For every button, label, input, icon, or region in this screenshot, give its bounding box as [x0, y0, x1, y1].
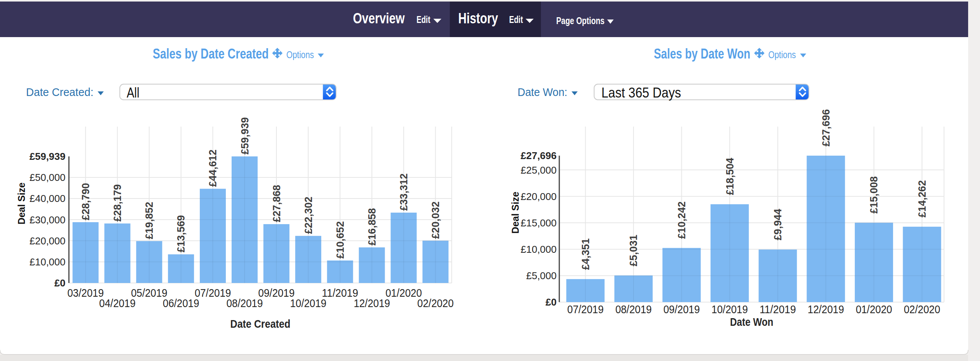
svg-text:£59,939: £59,939	[29, 151, 65, 162]
svg-text:£20,000: £20,000	[521, 191, 557, 202]
svg-text:£30,000: £30,000	[29, 214, 65, 226]
svg-text:10/2019: 10/2019	[712, 303, 748, 315]
svg-text:£44,612: £44,612	[207, 150, 219, 187]
svg-text:Deal Size: Deal Size	[510, 192, 521, 234]
svg-text:£10,652: £10,652	[335, 221, 346, 259]
svg-text:07/2019: 07/2019	[567, 303, 604, 315]
svg-text:09/2019: 09/2019	[258, 287, 295, 299]
svg-text:£15,008: £15,008	[868, 176, 880, 214]
svg-text:Date Created:: Date Created:	[26, 86, 93, 98]
svg-text:History: History	[458, 10, 498, 26]
svg-text:£5,031: £5,031	[628, 235, 639, 267]
svg-text:Sales by Date Created: Sales by Date Created	[153, 46, 269, 62]
svg-text:12/2019: 12/2019	[808, 303, 844, 315]
svg-text:11/2019: 11/2019	[322, 287, 358, 299]
svg-text:£27,696: £27,696	[521, 150, 557, 161]
svg-text:£28,790: £28,790	[80, 183, 91, 220]
svg-text:Last 365 Days: Last 365 Days	[601, 85, 681, 101]
svg-text:£16,858: £16,858	[366, 208, 378, 246]
svg-text:All: All	[127, 85, 139, 101]
svg-text:Options: Options	[286, 49, 314, 60]
svg-text:12/2019: 12/2019	[354, 297, 390, 309]
svg-text:£19,852: £19,852	[144, 202, 155, 239]
svg-text:£0: £0	[54, 277, 65, 289]
svg-text:£27,868: £27,868	[271, 185, 283, 222]
svg-text:£10,242: £10,242	[676, 202, 688, 239]
svg-text:01/2020: 01/2020	[385, 287, 422, 299]
svg-text:£20,000: £20,000	[29, 235, 65, 247]
svg-text:£0: £0	[546, 296, 557, 308]
svg-text:£25,000: £25,000	[521, 164, 557, 176]
svg-text:£13,569: £13,569	[175, 215, 187, 252]
svg-text:Sales by Date Won: Sales by Date Won	[654, 46, 750, 62]
svg-text:Deal Size: Deal Size	[16, 182, 27, 224]
svg-text:£50,000: £50,000	[29, 172, 65, 183]
svg-text:Date Won:: Date Won:	[518, 86, 567, 98]
svg-text:£22,302: £22,302	[303, 197, 314, 234]
svg-text:£15,000: £15,000	[521, 217, 557, 229]
svg-text:09/2019: 09/2019	[663, 303, 700, 315]
svg-text:£9,944: £9,944	[772, 209, 784, 241]
svg-text:£4,351: £4,351	[580, 238, 591, 270]
svg-text:£33,312: £33,312	[398, 173, 410, 211]
svg-text:01/2020: 01/2020	[856, 303, 892, 315]
svg-text:10/2019: 10/2019	[290, 297, 327, 309]
svg-text:Page Options: Page Options	[556, 15, 604, 26]
svg-text:£40,000: £40,000	[29, 193, 65, 204]
svg-text:Edit: Edit	[416, 14, 430, 25]
svg-text:£5,000: £5,000	[526, 270, 557, 281]
svg-text:07/2019: 07/2019	[194, 287, 231, 299]
svg-text:02/2020: 02/2020	[904, 303, 940, 315]
svg-text:£18,504: £18,504	[724, 158, 736, 195]
svg-text:£20,032: £20,032	[430, 202, 441, 239]
svg-text:Date Won: Date Won	[730, 315, 773, 328]
svg-text:Edit: Edit	[509, 14, 523, 25]
svg-text:£10,000: £10,000	[521, 244, 557, 255]
svg-text:£10,000: £10,000	[29, 256, 65, 268]
svg-text:£27,696: £27,696	[820, 109, 832, 146]
svg-text:04/2019: 04/2019	[99, 297, 136, 309]
svg-text:08/2019: 08/2019	[615, 303, 652, 315]
svg-text:Options: Options	[768, 49, 796, 60]
svg-text:£14,262: £14,262	[916, 180, 928, 218]
svg-text:08/2019: 08/2019	[227, 297, 263, 309]
svg-text:£28,179: £28,179	[112, 184, 123, 222]
svg-text:03/2019: 03/2019	[67, 287, 104, 299]
svg-text:06/2019: 06/2019	[163, 297, 199, 309]
svg-text:02/2020: 02/2020	[417, 297, 454, 309]
svg-text:Date Created: Date Created	[230, 317, 291, 330]
svg-text:£59,939: £59,939	[239, 117, 251, 154]
svg-text:Overview: Overview	[353, 10, 405, 26]
svg-text:11/2019: 11/2019	[760, 303, 796, 315]
svg-text:05/2019: 05/2019	[131, 287, 167, 299]
